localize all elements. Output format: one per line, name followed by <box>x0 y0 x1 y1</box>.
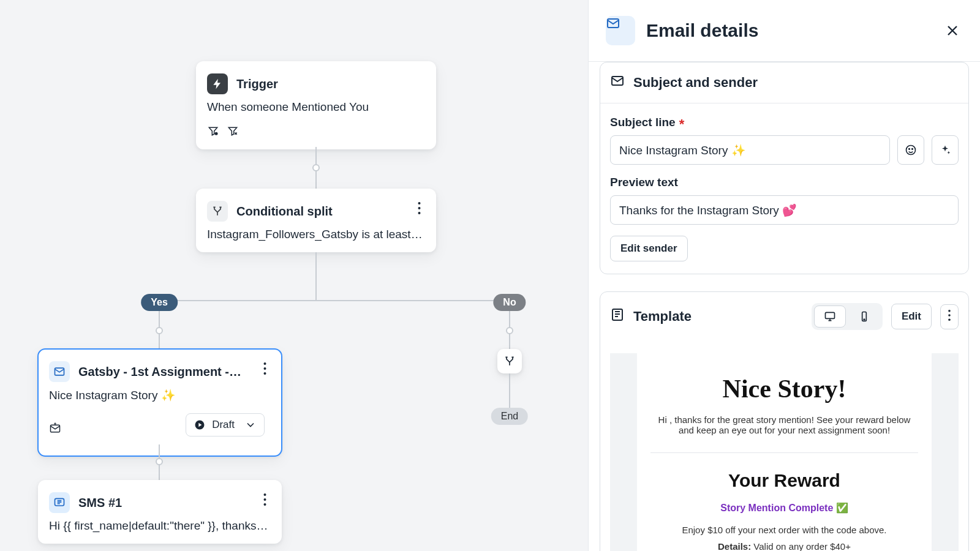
smart-send-icon <box>49 422 61 437</box>
connector <box>509 373 510 404</box>
sms-node-preview: Hi {{ first_name|default:"there" }}, tha… <box>38 519 282 544</box>
preview-device-toggle <box>812 303 883 330</box>
connector <box>315 252 317 300</box>
email-status-label: Draft <box>212 419 235 431</box>
connector-dot[interactable] <box>156 327 163 334</box>
template-icon <box>610 307 625 326</box>
svg-point-5 <box>263 362 266 365</box>
template-edit-button[interactable]: Edit <box>891 304 932 329</box>
svg-point-2 <box>418 207 420 209</box>
svg-point-17 <box>909 149 910 150</box>
preview-details-label: Details: <box>718 541 751 551</box>
add-step-button[interactable] <box>497 349 522 373</box>
svg-point-7 <box>263 372 266 375</box>
desktop-preview-button[interactable] <box>814 305 846 328</box>
mail-icon <box>606 16 635 45</box>
split-menu-button[interactable] <box>410 200 428 217</box>
preview-label: Preview text <box>610 176 678 189</box>
trigger-node[interactable]: Trigger When someone Mentioned You <box>196 61 436 149</box>
preview-subhead: Your Reward <box>650 470 918 491</box>
flow-canvas[interactable]: Trigger When someone Mentioned You Condi… <box>0 0 588 551</box>
preview-offer: Enjoy $10 off your next order with the c… <box>650 525 918 535</box>
mobile-preview-button[interactable] <box>848 305 880 328</box>
svg-point-13 <box>263 503 266 506</box>
email-details-panel: Email details Subject and sender Subject… <box>588 0 980 551</box>
mail-icon <box>49 361 70 382</box>
subject-sender-card: Subject and sender Subject line * <box>600 62 969 274</box>
mail-outline-icon <box>610 73 625 92</box>
preview-divider <box>650 452 918 453</box>
svg-point-6 <box>263 367 266 370</box>
ai-sparkle-button[interactable] <box>932 135 959 165</box>
preview-badge: Story Mention Complete ✅ <box>650 502 918 514</box>
filter-exclude-icon <box>227 125 239 140</box>
sms-node[interactable]: SMS #1 Hi {{ first_name|default:"there" … <box>38 480 282 544</box>
email-node-title: Gatsby - 1st Assignment -… <box>78 365 241 379</box>
sms-node-menu-button[interactable] <box>256 491 273 508</box>
trigger-title: Trigger <box>236 77 278 91</box>
edit-sender-button[interactable]: Edit sender <box>610 236 688 261</box>
sms-icon <box>49 492 70 513</box>
emoji-picker-button[interactable] <box>897 135 924 165</box>
svg-point-22 <box>864 319 865 320</box>
svg-point-24 <box>948 314 951 317</box>
connector-dot[interactable] <box>506 327 513 334</box>
close-button[interactable] <box>942 20 963 41</box>
template-card: Template Edit <box>600 291 969 551</box>
branch-yes-pill: Yes <box>141 294 178 311</box>
svg-point-1 <box>418 202 420 204</box>
template-preview: Nice Story! Hi , thanks for the great st… <box>610 341 959 551</box>
svg-point-23 <box>948 310 951 312</box>
filter-include-icon <box>207 125 219 140</box>
subject-label: Subject line <box>610 116 676 129</box>
branch-end-pill: End <box>491 408 528 425</box>
branch-no-pill: No <box>493 294 526 311</box>
email-node-menu-button[interactable] <box>256 360 273 377</box>
bolt-icon <box>207 73 228 94</box>
preview-gutter <box>610 353 637 551</box>
svg-point-11 <box>263 493 266 496</box>
svg-point-16 <box>907 146 916 155</box>
preview-intro: Hi , thanks for the great story mention!… <box>650 414 918 435</box>
email-status-chip[interactable]: Draft <box>186 413 265 437</box>
preview-gutter <box>932 353 959 551</box>
connector-dot[interactable] <box>312 164 320 171</box>
template-menu-button[interactable] <box>940 304 959 329</box>
preview-details-text: Valid on any order $40+ <box>751 541 851 551</box>
conditional-split-node[interactable]: Conditional split Instagram_Followers_Ga… <box>196 189 436 252</box>
preview-headline: Nice Story! <box>650 374 918 403</box>
split-title: Conditional split <box>236 204 333 219</box>
svg-rect-20 <box>825 312 834 318</box>
template-title: Template <box>633 309 692 324</box>
svg-point-0 <box>215 132 218 135</box>
svg-point-25 <box>948 318 951 321</box>
svg-point-3 <box>418 212 420 214</box>
svg-point-18 <box>912 149 913 150</box>
svg-point-12 <box>263 498 266 501</box>
preview-input[interactable] <box>610 195 959 225</box>
split-icon <box>207 201 228 222</box>
connector <box>159 300 510 301</box>
split-desc: Instagram_Followers_Gatsby is at least 5… <box>196 228 436 252</box>
email-node-subject: Nice Instagram Story ✨ <box>38 388 282 413</box>
panel-title: Email details <box>646 20 931 41</box>
trigger-desc: When someone Mentioned You <box>196 100 436 125</box>
email-node[interactable]: Gatsby - 1st Assignment -… Nice Instagra… <box>38 349 282 456</box>
connector-dot[interactable] <box>156 458 163 465</box>
sms-node-title: SMS #1 <box>78 496 122 510</box>
subject-input[interactable] <box>610 135 890 165</box>
subject-sender-title: Subject and sender <box>633 75 758 91</box>
